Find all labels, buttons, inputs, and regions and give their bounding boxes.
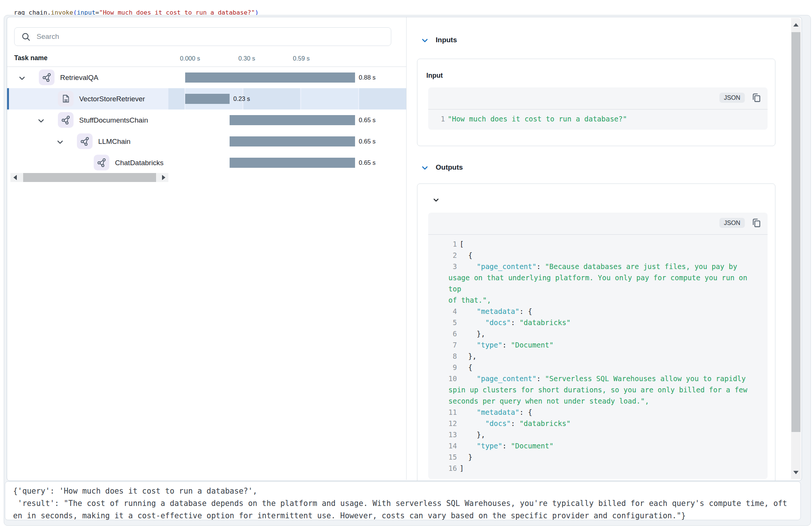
line-number: 6	[448, 328, 457, 339]
task-row-retrievalqa[interactable]: 0.88 sRetrievalQA	[7, 67, 406, 88]
chain-icon	[61, 115, 71, 125]
code-segment: },	[460, 330, 485, 338]
trace-viewer: Task name 0.000 s0.30 s0.59 s 0.88 sRetr…	[7, 17, 802, 481]
code-segment	[460, 419, 485, 427]
task-row-chatdatabricks[interactable]: 0.65 sChatDatabricks	[7, 152, 406, 173]
line-number: 14	[448, 440, 457, 451]
duration-bar[interactable]	[185, 72, 355, 83]
code-line: of that.",	[448, 294, 764, 306]
line-number: 12	[448, 418, 457, 429]
code-line: 1"How much does it cost to run a databas…	[436, 113, 764, 124]
scroll-up-icon[interactable]	[793, 23, 799, 27]
code-segment: "How much does it cost to run a database…	[448, 115, 627, 123]
timeline-band	[359, 88, 406, 109]
task-label: VectorStoreRetriever	[79, 88, 145, 109]
line-number: 15	[448, 451, 457, 463]
line-number: 1	[436, 113, 445, 124]
task-row-stuffdocumentschain[interactable]: 0.65 sStuffDocumentsChain	[7, 109, 406, 131]
row-timeline: 0.65 s	[168, 131, 406, 152]
code-segment: ]	[460, 464, 464, 472]
code-line: 13 },	[448, 429, 764, 440]
task-name-cell: LLMChain	[7, 131, 168, 152]
code-segment	[460, 374, 477, 383]
chevron-down-icon[interactable]	[421, 165, 428, 170]
code-segment: :	[511, 318, 519, 327]
task-row-llmchain[interactable]: 0.65 sLLMChain	[7, 131, 406, 152]
duration-label: 0.65 s	[359, 109, 376, 131]
section-header-outputs[interactable]: Outputs	[421, 163, 463, 172]
line-number: 11	[448, 407, 457, 418]
task-icon-tile	[77, 133, 93, 149]
line-number: 2	[448, 250, 457, 261]
row-timeline: 0.65 s	[168, 152, 406, 173]
code-segment: "type"	[477, 442, 503, 450]
task-rows: 0.88 sRetrievalQA0.23 sVectorStoreRetrie…	[7, 67, 406, 173]
duration-label: 0.65 s	[359, 152, 376, 173]
code-segment: "Document"	[511, 341, 553, 349]
timeline-band	[301, 88, 358, 109]
code-segment: :	[502, 341, 511, 349]
duration-bar[interactable]	[230, 158, 355, 168]
duration-bar[interactable]	[185, 94, 230, 104]
task-name-cell: StuffDocumentsChain	[7, 109, 168, 131]
outputs-code-block: JSON 1[2 {3 "page_content": "Because dat…	[428, 213, 768, 479]
chevron-down-icon[interactable]	[38, 118, 44, 123]
code-segment: usage on that underlying platform. You o…	[448, 274, 752, 293]
line-number: 16	[448, 463, 457, 474]
chevron-down-icon[interactable]	[19, 75, 25, 80]
json-format-badge[interactable]: JSON	[719, 93, 745, 103]
scroll-down-icon[interactable]	[793, 471, 799, 474]
code-segment: },	[460, 352, 477, 360]
line-number: 4	[448, 306, 457, 317]
line-number: 1	[448, 238, 457, 250]
horizontal-scrollbar[interactable]	[10, 173, 168, 182]
input-code-lines: 1"How much does it cost to run a databas…	[428, 109, 768, 130]
vertical-scrollbar-thumb[interactable]	[791, 32, 800, 432]
scroll-right-icon[interactable]	[162, 175, 165, 180]
code-segment: "docs"	[485, 419, 511, 427]
code-segment	[460, 318, 485, 327]
code-segment: :	[536, 374, 545, 383]
code-segment: :	[502, 442, 511, 450]
scroll-left-icon[interactable]	[13, 175, 17, 180]
code-line: 10 "page_content": "Serverless SQL Wareh…	[448, 373, 764, 384]
vertical-scrollbar[interactable]	[791, 18, 801, 479]
duration-bar[interactable]	[230, 115, 355, 125]
section-header-inputs[interactable]: Inputs	[421, 36, 457, 44]
task-icon-tile	[39, 70, 55, 85]
code-block-header: JSON	[428, 213, 768, 235]
collapse-chevron-icon[interactable]	[433, 197, 439, 202]
copy-icon[interactable]	[751, 92, 762, 103]
code-line: 9 {	[448, 362, 764, 373]
code-line: 4 "metadata": {	[448, 306, 764, 317]
line-number: 3	[448, 261, 457, 272]
copy-icon[interactable]	[751, 217, 762, 228]
code-line: 11 "metadata": {	[448, 407, 764, 418]
duration-bar[interactable]	[230, 136, 355, 146]
code-segment: seconds per query when not under steady …	[448, 397, 649, 405]
outputs-code-lines: 1[2 {3 "page_content": "Because database…	[428, 235, 768, 479]
chain-icon	[42, 72, 52, 83]
code-segment	[460, 442, 477, 450]
chevron-down-icon[interactable]	[57, 139, 63, 144]
code-segment: [	[460, 240, 464, 248]
code-segment: "docs"	[485, 318, 511, 327]
inputs-section-label: Inputs	[436, 36, 457, 44]
line-number: 13	[448, 429, 457, 440]
line-number: 5	[448, 317, 457, 328]
task-row-vectorstoreretriever[interactable]: 0.23 sVectorStoreRetriever	[7, 88, 406, 109]
line-number: 10	[448, 373, 457, 384]
chevron-down-icon[interactable]	[421, 38, 428, 42]
code-line: 6 },	[448, 328, 764, 339]
horizontal-scrollbar-thumb[interactable]	[23, 173, 156, 182]
line-number: 9	[448, 362, 457, 373]
cell-output-box: {'query': 'How much does it cost to run …	[5, 481, 801, 520]
code-segment: {	[460, 251, 472, 259]
task-label: RetrievalQA	[60, 67, 98, 88]
code-line: 1[	[448, 238, 764, 250]
code-segment: "page_content"	[477, 374, 536, 383]
task-label: StuffDocumentsChain	[79, 109, 148, 131]
row-timeline: 0.23 s	[168, 88, 406, 109]
json-format-badge[interactable]: JSON	[719, 218, 745, 228]
code-line: 7 "type": "Document"	[448, 339, 764, 351]
